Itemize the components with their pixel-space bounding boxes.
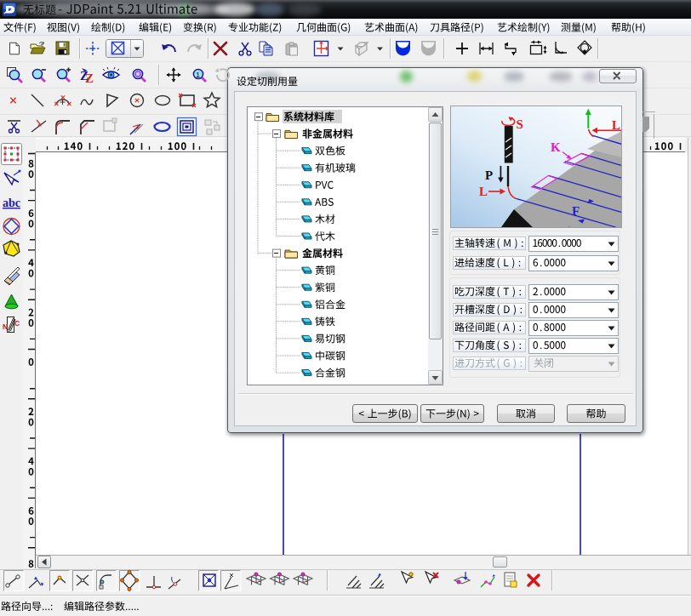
svg-text:Z: Z — [85, 71, 94, 85]
svg-text:N: N — [3, 322, 8, 331]
svg-text:1: 1 — [196, 71, 200, 79]
svg-text:abc: abc — [3, 197, 20, 209]
svg-text:C: C — [14, 319, 20, 328]
